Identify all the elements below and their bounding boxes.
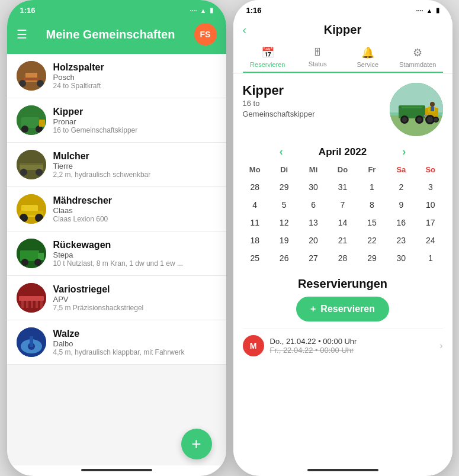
item-thumbnail	[17, 239, 46, 268]
left-phone: 1:16 ···· ▲ ▮ ☰ Meine Gemeinschaften FS	[7, 0, 226, 476]
calendar-cell[interactable]: 23	[387, 232, 416, 249]
calendar-row: 28293031123	[240, 179, 445, 195]
calendar-cell[interactable]: 28	[328, 250, 357, 266]
svg-rect-29	[31, 301, 33, 308]
item-sub2: 2,2 m, hydraulisch schwenkbar	[53, 171, 217, 179]
calendar-row: 18192021222324	[240, 232, 445, 249]
item-sub1: Tierre	[53, 162, 217, 171]
calendar-row: 45678910	[240, 197, 445, 213]
tab-reservieren[interactable]: 📅 Reservieren	[243, 41, 293, 73]
calendar-cell[interactable]: 18	[240, 232, 269, 249]
tab-status[interactable]: 🎚 Status	[293, 41, 343, 72]
item-sub2: 7,5 m Präzisionshackstriegel	[53, 304, 217, 312]
user-avatar[interactable]: FS	[194, 23, 217, 46]
list-item[interactable]: Kipper Pronar 16 to Gemeinschaftskipper	[7, 98, 226, 143]
list-item[interactable]: Mulcher Tierre 2,2 m, hydraulisch schwen…	[7, 143, 226, 187]
calendar-cell[interactable]: 28	[240, 179, 269, 195]
svg-point-42	[402, 117, 407, 122]
calendar-cell[interactable]: 6	[298, 197, 328, 213]
svg-point-24	[34, 259, 41, 266]
calendar-cell[interactable]: 27	[298, 250, 328, 266]
calendar-cell[interactable]: 15	[357, 214, 386, 231]
calendar-cell[interactable]: 30	[298, 179, 328, 195]
tab-service-label: Service	[357, 61, 378, 68]
hamburger-icon[interactable]: ☰	[17, 27, 27, 41]
svg-rect-2	[23, 78, 40, 81]
list-item[interactable]: Mähdrescher Claas Claas Lexion 600	[7, 187, 226, 231]
reservation-date1: Do., 21.04.22 • 00:00 Uhr	[270, 337, 434, 346]
calendar-cell[interactable]: 10	[416, 197, 445, 213]
next-month-button[interactable]: ›	[402, 146, 406, 158]
svg-rect-31	[40, 301, 43, 308]
item-thumbnail	[17, 105, 46, 135]
calendar-cell[interactable]: 17	[416, 214, 445, 231]
svg-point-7	[21, 126, 28, 133]
calendar-cell[interactable]: 1	[416, 250, 445, 266]
list-item[interactable]: Rückewagen Stepa 10 t Nutzlast, 8 m Kran…	[7, 231, 226, 276]
calendar-cell[interactable]: 11	[240, 214, 269, 231]
calendar-cell[interactable]: 4	[240, 197, 269, 213]
reservieren-button[interactable]: + Reservieren	[296, 297, 389, 321]
item-thumbnail	[17, 61, 46, 91]
tab-service[interactable]: 🔔 Service	[343, 41, 393, 72]
tab-bar: 📅 Reservieren 🎚 Status 🔔 Service ⚙ Stamm…	[243, 41, 443, 73]
calendar-cell[interactable]: 25	[240, 250, 269, 266]
back-button[interactable]: ‹	[243, 23, 247, 37]
calendar-month-year: April 2022	[319, 146, 367, 158]
machine-info: Kipper 16 to Gemeinschaftskipper	[233, 73, 452, 141]
svg-rect-26	[19, 296, 44, 301]
svg-point-23	[21, 259, 28, 266]
item-thumbnail	[17, 327, 46, 357]
calendar-cell[interactable]: 30	[387, 250, 416, 266]
calendar-cell[interactable]: 29	[269, 179, 298, 195]
calendar-cell[interactable]: 26	[269, 250, 298, 266]
calendar-cell[interactable]: 13	[298, 214, 328, 231]
item-title: Holzspalter	[53, 62, 217, 73]
calendar-cell[interactable]: 16	[387, 214, 416, 231]
calendar-cell[interactable]: 2	[387, 179, 416, 195]
calendar-cell[interactable]: 24	[416, 232, 445, 249]
calendar-cell[interactable]: 1	[357, 179, 386, 195]
calendar-cell[interactable]: 9	[387, 197, 416, 213]
tab-stammdaten-label: Stammdaten	[399, 61, 436, 68]
tab-stammdaten[interactable]: ⚙ Stammdaten	[393, 41, 443, 72]
right-home-indicator	[307, 469, 378, 471]
calendar-nav: ‹ April 2022 ›	[240, 141, 445, 163]
calendar-cell[interactable]: 5	[269, 197, 298, 213]
list-item[interactable]: Walze Dalbo 4,5 m, hydraulisch klappbar,…	[7, 320, 226, 365]
home-indicator	[81, 469, 152, 471]
svg-rect-40	[402, 107, 422, 108]
calendar-cell[interactable]: 14	[328, 214, 357, 231]
item-sub1: Pronar	[53, 117, 217, 126]
prev-month-button[interactable]: ‹	[280, 146, 283, 158]
left-header-title: Meine Gemeinschaften	[46, 28, 175, 41]
list-item[interactable]: Holzspalter Posch 24 to Spaltkraft	[7, 54, 226, 98]
calendar-row: 2526272829301	[240, 250, 445, 266]
item-title: Walze	[53, 329, 217, 339]
add-fab-button[interactable]: +	[181, 429, 212, 459]
calendar-cell[interactable]: 21	[328, 232, 357, 249]
svg-rect-9	[39, 120, 45, 127]
calendar-cell[interactable]: 19	[269, 232, 298, 249]
item-sub1: Dalbo	[53, 339, 217, 348]
item-title: Kipper	[53, 107, 217, 117]
svg-point-48	[427, 117, 433, 123]
machine-name: Kipper	[243, 83, 315, 98]
calendar-cell[interactable]: 7	[328, 197, 357, 213]
calendar-cell[interactable]: 3	[416, 179, 445, 195]
item-title: Mähdrescher	[53, 195, 217, 206]
list-item[interactable]: Variostriegel APV 7,5 m Präzisionshackst…	[7, 276, 226, 320]
calendar-cell[interactable]: 20	[298, 232, 328, 249]
reservation-date2: Fr., 22.04.22 • 00:00 Uhr	[270, 346, 434, 355]
left-header: ☰ Meine Gemeinschaften FS	[7, 18, 226, 54]
item-sub1: Stepa	[53, 250, 217, 259]
calendar-cell[interactable]: 22	[357, 232, 386, 249]
calendar-cell[interactable]: 12	[269, 214, 298, 231]
reservation-item[interactable]: M Do., 21.04.22 • 00:00 Uhr Fr., 22.04.2…	[243, 329, 443, 362]
calendar-cell[interactable]: 29	[357, 250, 386, 266]
item-sub2: 10 t Nutzlast, 8 m Kran, 1 dw und 1 ew .…	[53, 259, 217, 268]
reservation-chevron-icon: ›	[439, 340, 442, 351]
calendar-cell[interactable]: 31	[328, 179, 357, 195]
right-header-title: Kipper	[324, 23, 361, 37]
calendar-cell[interactable]: 8	[357, 197, 386, 213]
